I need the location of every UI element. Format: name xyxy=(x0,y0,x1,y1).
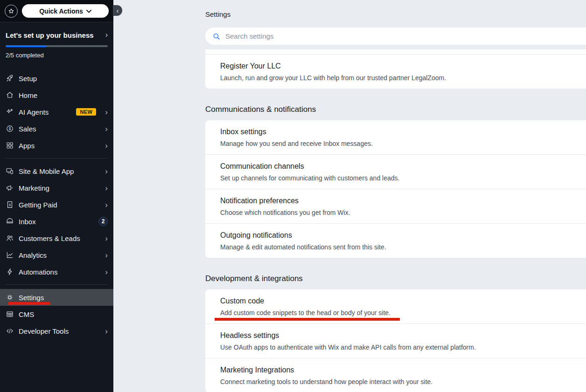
setup-progress-bar xyxy=(6,45,108,47)
item-description: Launch, run and grow your LLC with help … xyxy=(220,74,584,82)
item-title: Custom code xyxy=(220,296,584,306)
settings-item-inbox-settings[interactable]: Inbox settings Manage how you send and r… xyxy=(205,120,586,154)
chart-icon xyxy=(6,251,14,259)
settings-card: Custom code Add custom code snippets to … xyxy=(205,289,586,392)
chevron-right-icon xyxy=(105,234,108,242)
sidebar-item-setup[interactable]: Setup xyxy=(0,70,113,87)
sidebar-item-label: Developer Tools xyxy=(19,327,100,335)
settings-item-custom-code[interactable]: Custom code Add custom code snippets to … xyxy=(205,289,586,323)
page-title: Settings xyxy=(205,10,586,18)
sidebar-item-developer-tools[interactable]: Developer Tools xyxy=(0,323,113,339)
section-heading-development: Development & integrations xyxy=(205,274,586,283)
settings-item-headless-settings[interactable]: Headless settings Use OAuth apps to auth… xyxy=(205,323,586,358)
new-badge: NEW xyxy=(76,108,96,116)
sidebar-item-label: Analytics xyxy=(19,251,100,259)
annotation-underline xyxy=(215,318,400,321)
settings-item-outgoing-notifications[interactable]: Outgoing notifications Manage & edit aut… xyxy=(205,223,586,258)
item-title: Marketing Integrations xyxy=(220,365,584,375)
lightning-icon xyxy=(6,268,14,276)
settings-card: Inbox settings Manage how you send and r… xyxy=(205,120,586,258)
svg-text:$: $ xyxy=(9,127,11,131)
section-heading-communications: Communications & notifications xyxy=(205,105,586,114)
people-icon xyxy=(6,234,14,242)
item-description: Connect marketing tools to understand ho… xyxy=(220,378,584,386)
devices-icon xyxy=(6,167,14,175)
settings-search-bar[interactable] xyxy=(205,28,586,45)
settings-item-marketing-integrations[interactable]: Marketing Integrations Connect marketing… xyxy=(205,358,586,392)
sidebar-item-label: Getting Paid xyxy=(19,201,100,209)
sidebar-item-label: Inbox xyxy=(19,218,94,226)
quick-actions-label: Quick Actions xyxy=(39,7,83,15)
item-title: Register Your LLC xyxy=(220,62,584,71)
code-icon xyxy=(6,327,14,335)
chevron-right-icon xyxy=(105,327,108,335)
sidebar-item-sales[interactable]: $ Sales xyxy=(0,120,113,137)
sidebar-item-marketing[interactable]: Marketing xyxy=(0,179,113,196)
chevron-right-icon xyxy=(105,184,108,192)
sidebar-item-label: Setup xyxy=(19,75,108,83)
item-description: Manage & edit automated notifications se… xyxy=(220,243,584,251)
settings-item-register-llc[interactable]: Register Your LLC Launch, run and grow y… xyxy=(205,55,586,89)
sidebar-item-label: Customers & Leads xyxy=(19,234,100,242)
sidebar-item-label: Site & Mobile App xyxy=(19,167,100,175)
apps-grid-icon xyxy=(6,141,14,150)
megaphone-icon xyxy=(6,184,14,192)
item-description: Manage how you send and receive Inbox me… xyxy=(220,139,584,148)
inbox-count-badge: 2 xyxy=(98,217,108,226)
partial-list-item xyxy=(205,49,586,55)
sidebar-item-getting-paid[interactable]: $ Getting Paid xyxy=(0,196,113,213)
sidebar-item-apps[interactable]: Apps xyxy=(0,137,113,154)
settings-item-communication-channels[interactable]: Communication channels Set up channels f… xyxy=(205,154,586,189)
sidebar-nav: Setup Home AI Agents NEW xyxy=(0,62,113,339)
inbox-icon xyxy=(6,217,14,226)
item-description: Choose which notifications you get from … xyxy=(220,208,584,217)
sidebar-item-customers-leads[interactable]: Customers & Leads xyxy=(0,230,113,247)
sidebar-item-automations[interactable]: Automations xyxy=(0,263,113,280)
sidebar-item-ai-agents[interactable]: AI Agents NEW xyxy=(0,103,113,120)
sidebar-item-site-mobile-app[interactable]: Site & Mobile App xyxy=(0,163,113,179)
item-title: Headless settings xyxy=(220,331,584,340)
search-icon xyxy=(212,32,221,41)
sidebar-item-label: Home xyxy=(19,91,108,99)
setup-progress-fill xyxy=(6,45,47,47)
chevron-down-icon xyxy=(86,10,91,13)
home-icon xyxy=(6,91,14,99)
wix-dashboard: Quick Actions Let's set up your business… xyxy=(0,0,586,392)
chevron-right-icon xyxy=(105,125,108,133)
sidebar-item-inbox[interactable]: Inbox 2 xyxy=(0,213,113,230)
rocket-icon xyxy=(6,74,14,83)
quick-actions-button[interactable]: Quick Actions xyxy=(22,4,109,18)
sidebar-item-cms[interactable]: CMS xyxy=(0,306,113,323)
favorites-button[interactable] xyxy=(5,5,18,18)
sidebar-item-label: CMS xyxy=(19,310,108,318)
setup-banner-title: Let's set up your business xyxy=(6,31,94,39)
sidebar-item-label: Automations xyxy=(19,268,100,276)
chevron-right-icon xyxy=(105,31,108,39)
settings-item-notification-preferences[interactable]: Notification preferences Choose which no… xyxy=(205,189,586,223)
sidebar-item-label: Apps xyxy=(19,142,100,150)
setup-banner[interactable]: Let's set up your business 2/5 completed xyxy=(0,22,113,62)
sidebar-item-home[interactable]: Home xyxy=(0,87,113,103)
invoice-icon: $ xyxy=(6,200,14,209)
chevron-right-icon xyxy=(105,167,108,175)
item-title: Communication channels xyxy=(220,162,584,171)
star-circle-icon xyxy=(8,8,14,14)
chevron-right-icon xyxy=(105,268,108,276)
sidebar-item-settings[interactable]: Settings xyxy=(0,289,113,306)
settings-page: Settings Register Your LLC Launch, run a… xyxy=(113,0,586,392)
item-title: Inbox settings xyxy=(220,127,584,137)
table-icon xyxy=(6,310,14,318)
setup-banner-row[interactable]: Let's set up your business xyxy=(6,31,108,39)
sidebar-item-analytics[interactable]: Analytics xyxy=(0,247,113,263)
sparkles-icon xyxy=(6,108,14,116)
gear-icon xyxy=(6,293,14,302)
sidebar: Quick Actions Let's set up your business… xyxy=(0,0,113,392)
sidebar-header: Quick Actions xyxy=(0,0,113,22)
sidebar-divider xyxy=(6,284,108,285)
annotation-underline xyxy=(8,302,50,305)
search-input[interactable] xyxy=(225,32,586,40)
setup-progress-label: 2/5 completed xyxy=(6,52,108,59)
chevron-right-icon xyxy=(105,251,108,259)
sidebar-item-label: Marketing xyxy=(19,184,100,192)
svg-text:$: $ xyxy=(9,203,11,207)
